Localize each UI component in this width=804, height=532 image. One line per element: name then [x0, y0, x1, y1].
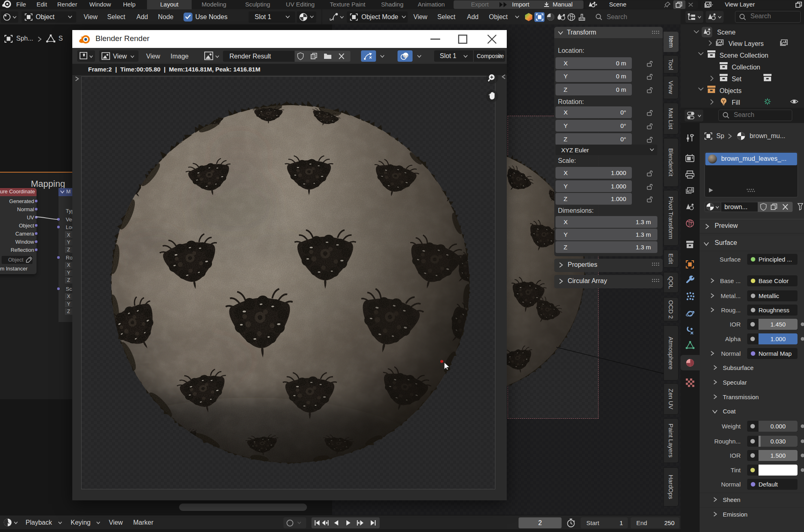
svg-text:Fill: Fill [732, 99, 740, 106]
svg-text:Collection: Collection [732, 64, 760, 71]
svg-text:View Layers: View Layers [728, 40, 764, 47]
svg-text:Set: Set [732, 76, 742, 82]
svg-text:Scene Collection: Scene Collection [720, 52, 768, 59]
svg-text:Scene: Scene [717, 29, 735, 36]
svg-text:Objects: Objects [720, 87, 741, 94]
